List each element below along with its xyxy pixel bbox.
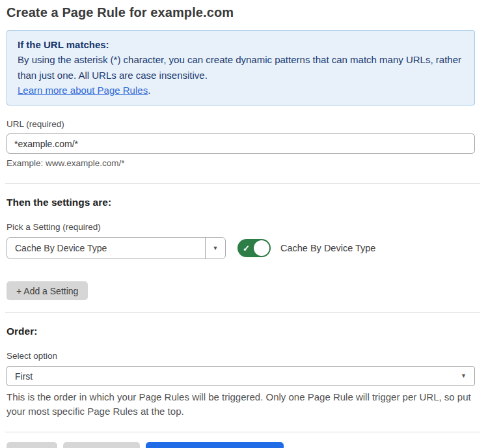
page-title: Create a Page Rule for example.com: [7, 5, 475, 20]
url-field-hint: Example: www.example.com/*: [7, 158, 475, 168]
form-actions: Cancel Save as Draft Save and Deploy Pag…: [7, 442, 475, 448]
cancel-button[interactable]: Cancel: [7, 442, 57, 448]
info-box-link-line: Learn more about Page Rules.: [18, 83, 464, 98]
toggle-knob: [254, 240, 269, 256]
divider: [5, 183, 480, 184]
setting-select-value: Cache By Device Type: [7, 238, 205, 259]
order-select-label: Select option: [7, 351, 475, 361]
setting-select[interactable]: Cache By Device Type ▼: [7, 237, 226, 259]
order-hint: This is the order in which your Page Rul…: [7, 390, 475, 419]
settings-section-heading: Then the settings are:: [7, 197, 475, 208]
setting-picker-label: Pick a Setting (required): [7, 222, 475, 232]
setting-select-arrow-button[interactable]: ▼: [205, 238, 225, 259]
save-and-deploy-button[interactable]: Save and Deploy Page Rule: [146, 442, 284, 448]
toggle-label: Cache By Device Type: [280, 243, 375, 253]
add-setting-button[interactable]: + Add a Setting: [7, 281, 88, 300]
page-rule-form: Create a Page Rule for example.com If th…: [0, 0, 488, 448]
check-icon: ✓: [243, 244, 250, 253]
order-select[interactable]: First ▼: [7, 366, 475, 386]
setting-row: Cache By Device Type ▼ ✓ Cache By Device…: [7, 237, 475, 259]
url-field-label: URL (required): [7, 119, 475, 129]
divider: [5, 432, 480, 432]
info-box-heading: If the URL matches:: [18, 37, 464, 52]
url-input[interactable]: [7, 133, 475, 154]
divider: [5, 312, 480, 313]
info-box-body: By using the asterisk (*) character, you…: [18, 52, 464, 83]
link-period: .: [148, 85, 150, 96]
chevron-down-icon: ▼: [213, 245, 219, 251]
order-section-heading: Order:: [7, 326, 475, 337]
chevron-down-icon: ▼: [461, 373, 467, 379]
learn-more-link[interactable]: Learn more about Page Rules: [18, 85, 148, 96]
cache-by-device-type-toggle[interactable]: ✓: [237, 239, 271, 257]
order-select-value: First: [15, 371, 461, 382]
url-match-info-box: If the URL matches: By using the asteris…: [7, 30, 475, 105]
save-as-draft-button[interactable]: Save as Draft: [63, 442, 141, 448]
